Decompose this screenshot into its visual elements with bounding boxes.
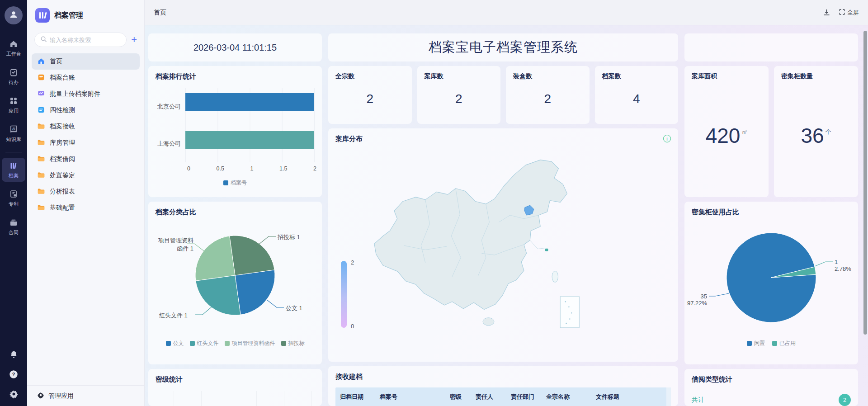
sidebar-item-warehouse[interactable]: 库房管理 bbox=[32, 135, 140, 151]
rail-item-archive[interactable]: 档案 bbox=[2, 158, 25, 182]
add-button[interactable]: + bbox=[131, 35, 137, 45]
svg-text:?: ? bbox=[12, 372, 15, 377]
menu-item-label: 档案借阅 bbox=[50, 155, 75, 163]
sidebar-item-config[interactable]: 基础配置 bbox=[32, 200, 140, 216]
download-button[interactable] bbox=[823, 9, 830, 16]
rail-item-workbench[interactable]: 工作台 bbox=[2, 36, 25, 60]
fullscreen-button[interactable]: 全屏 bbox=[839, 9, 859, 17]
legend-swatch bbox=[166, 341, 171, 346]
area-unit: ㎡ bbox=[741, 128, 747, 136]
legend-item[interactable]: 已占用 bbox=[772, 340, 796, 347]
user-avatar[interactable] bbox=[5, 6, 23, 24]
sidebar-item-disposal[interactable]: 处置鉴定 bbox=[32, 167, 140, 184]
card-title: 案库面积 bbox=[692, 72, 761, 80]
borrow-type-card: 借阅类型统计 共计 2 bbox=[684, 369, 858, 406]
rail-item-label: 档案 bbox=[9, 172, 19, 179]
legend-item[interactable]: 招投标 bbox=[281, 340, 305, 347]
gear-icon[interactable] bbox=[9, 389, 19, 399]
legend-swatch bbox=[225, 341, 230, 346]
legend-item[interactable]: 项目管理资料函件 bbox=[225, 340, 275, 347]
search-input[interactable] bbox=[50, 37, 121, 43]
help-icon[interactable]: ? bbox=[9, 369, 19, 379]
svg-text:AI: AI bbox=[12, 127, 15, 130]
gear-icon bbox=[37, 392, 44, 400]
rail-item-patent[interactable]: 专利 bbox=[2, 186, 25, 210]
info-icon[interactable]: i bbox=[663, 135, 671, 142]
storage-map-card: 案库分布 i bbox=[328, 128, 678, 362]
main-area: 首页 全屏 2026-03-04 11:01:15 档案排行统计 bbox=[145, 0, 868, 406]
legend-label: 招投标 bbox=[288, 340, 305, 347]
sidebar-search[interactable] bbox=[34, 33, 127, 47]
folder-icon bbox=[37, 155, 45, 164]
archive-app-logo-icon bbox=[35, 8, 50, 23]
card-title: 案库分布 bbox=[335, 135, 671, 143]
sidebar-item-batch-upload[interactable]: 批量上传档案附件 bbox=[32, 86, 140, 102]
cabinet-usage-card: 密集柜使用占比 1 2.78% 35 97.22% 闲置 已占用 bbox=[684, 202, 858, 364]
module-sidebar: 档案管理 + 首页 档案台账 批量上传档案附件 bbox=[27, 0, 145, 406]
rail-item-label: 待办 bbox=[9, 79, 19, 86]
tab-home[interactable]: 首页 bbox=[154, 9, 166, 17]
module-header: 档案管理 bbox=[27, 0, 144, 26]
legend-swatch bbox=[772, 341, 777, 346]
card-title: 接收建档 bbox=[335, 373, 671, 381]
menu-item-label: 处置鉴定 bbox=[50, 171, 75, 179]
rail-item-knowledge[interactable]: AI 知识库 bbox=[2, 122, 25, 146]
legend-item[interactable]: 公文 bbox=[166, 340, 184, 347]
menu-item-label: 分析报表 bbox=[50, 188, 75, 196]
system-title: 档案宝电子档案管理系统 bbox=[429, 38, 578, 57]
home-icon bbox=[9, 39, 18, 49]
stat-card-fonds: 全宗数 2 bbox=[328, 66, 412, 124]
datetime-text: 2026-03-04 11:01:15 bbox=[193, 42, 277, 53]
folder-icon bbox=[37, 187, 45, 197]
stats-row: 全宗数 2 案库数 2 装盒数 2 档案数 4 bbox=[328, 66, 678, 124]
menu-item-label: 四性检测 bbox=[50, 106, 75, 114]
dashboard: 2026-03-04 11:01:15 档案排行统计 北京公司 上海公司 bbox=[145, 25, 868, 406]
legend-swatch bbox=[190, 341, 195, 346]
stat-card-archives: 档案数 4 bbox=[595, 66, 679, 124]
map-gradient-legend: 2 0 bbox=[341, 261, 347, 328]
column-header: 密级 bbox=[445, 393, 471, 401]
rail-item-label: 合同 bbox=[9, 229, 19, 236]
map-region-shanghai[interactable] bbox=[545, 249, 548, 251]
bell-icon[interactable] bbox=[9, 350, 19, 359]
chart-monitor-icon bbox=[37, 90, 45, 99]
vertical-scrollbar[interactable] bbox=[863, 31, 867, 335]
column-header: 全宗名称 bbox=[542, 393, 591, 401]
area-value: 420 bbox=[706, 123, 741, 148]
rail-item-apps[interactable]: 应用 bbox=[2, 93, 25, 117]
bar-beijing[interactable] bbox=[185, 93, 314, 111]
legend-label: 已占用 bbox=[779, 340, 796, 347]
rail-item-todo[interactable]: 待办 bbox=[2, 65, 25, 89]
stat-label: 全宗数 bbox=[335, 72, 405, 80]
bar-shanghai[interactable] bbox=[185, 131, 314, 149]
legend-item[interactable]: 红头文件 bbox=[190, 340, 219, 347]
sidebar-item-borrow[interactable]: 档案借阅 bbox=[32, 151, 140, 167]
sidebar-item-receive[interactable]: 档案接收 bbox=[32, 118, 140, 135]
sidebar-item-home[interactable]: 首页 bbox=[32, 53, 140, 70]
rank-chart-card: 档案排行统计 北京公司 上海公司 0 0.5 bbox=[148, 66, 322, 197]
rail-item-label: 知识库 bbox=[6, 136, 21, 143]
stat-value: 2 bbox=[425, 80, 494, 118]
column-header: 文件标题 bbox=[591, 393, 666, 401]
security-level-card: 密级统计 bbox=[148, 369, 322, 406]
sidebar-item-four-check[interactable]: 四性检测 bbox=[32, 102, 140, 118]
x-tick: 0 bbox=[187, 165, 190, 172]
sidebar-item-reports[interactable]: 分析报表 bbox=[32, 184, 140, 200]
stat-label: 案库数 bbox=[425, 72, 494, 80]
sidebar-item-ledger[interactable]: 档案台账 bbox=[32, 70, 140, 86]
rail-item-contract[interactable]: 合同 bbox=[2, 215, 25, 239]
legend-item[interactable]: 闲置 bbox=[747, 340, 765, 347]
x-axis: 0 0.5 1 1.5 2 bbox=[185, 162, 315, 172]
app-root: 工作台 待办 应用 AI 知识库 档案 专利 合同 bbox=[0, 0, 868, 406]
manage-apps-button[interactable]: 管理应用 bbox=[27, 385, 144, 406]
pie-callout: 35 97.22% bbox=[685, 293, 707, 307]
ai-book-icon: AI bbox=[9, 125, 18, 135]
cabinet-value: 36 bbox=[801, 123, 824, 148]
stat-label: 装盒数 bbox=[513, 72, 582, 80]
books-icon bbox=[9, 161, 18, 171]
rail-item-label: 工作台 bbox=[6, 51, 21, 57]
legend-item[interactable]: 档案号 bbox=[223, 179, 247, 187]
stat-card-repos: 案库数 2 bbox=[417, 66, 501, 124]
pie-callout: 公文 1 bbox=[286, 304, 302, 312]
stat-label: 档案数 bbox=[602, 72, 671, 80]
